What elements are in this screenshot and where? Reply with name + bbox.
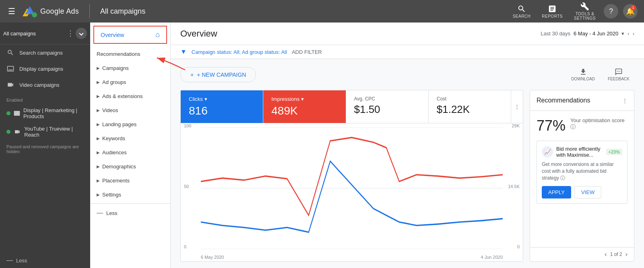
rec-info-icon: ⓘ: [560, 175, 565, 181]
sidebar-dropdown-button[interactable]: [76, 28, 87, 39]
audiences-nav-item[interactable]: ▶ Audiences: [90, 145, 170, 160]
keywords-arrow-icon: ▶: [97, 136, 100, 141]
search-icon: [6, 49, 14, 57]
impressions-stat-box[interactable]: Impressions ▾ 489K: [263, 90, 346, 123]
optimization-score-row: 77% Your optimisation score ⓘ: [537, 117, 627, 134]
less-nav-item[interactable]: — Less: [90, 205, 170, 221]
tools-nav-label: TOOLS & SETTINGS: [574, 12, 596, 20]
optimization-score-label: Your optimisation score: [570, 117, 625, 123]
minus-icon: —: [97, 209, 103, 217]
content-body: + + NEW CAMPAIGN DOWNLOAD FEEDBACK: [171, 59, 644, 268]
sidebar-campaign-display-remarketing[interactable]: Display | Remarketing | Products: [0, 104, 90, 123]
new-campaign-button[interactable]: + + NEW CAMPAIGN: [180, 67, 256, 82]
recommendations-nav-item[interactable]: Recommendations: [90, 47, 170, 61]
recs-prev-button[interactable]: ‹: [605, 251, 607, 258]
clicks-label: Clicks: [189, 96, 203, 102]
recommendations-more-button[interactable]: ⋮: [622, 98, 627, 104]
optimization-score-percent: 77%: [537, 117, 566, 134]
keywords-nav-item[interactable]: ▶ Keywords: [90, 131, 170, 145]
less-button[interactable]: — Less: [0, 253, 90, 268]
videos-arrow-icon: ▶: [97, 108, 100, 113]
top-navigation: ☰ Google Ads All campaigns SEARCH REPORT…: [0, 0, 644, 23]
new-campaign-label: + NEW CAMPAIGN: [197, 72, 246, 78]
overview-nav-item[interactable]: Overview ⌂: [93, 26, 167, 44]
y-label-0-right: 0: [508, 244, 520, 249]
notifications-button[interactable]: 🔔 1: [623, 4, 638, 18]
add-filter-button[interactable]: ADD FILTER: [292, 49, 322, 55]
score-info-icon: ⓘ: [570, 124, 576, 130]
recs-next-button[interactable]: ›: [625, 251, 627, 258]
display-campaigns-label: Display campaigns: [19, 66, 63, 72]
recommendations-panel: Recommendations ⋮ 77% Your optimisation …: [530, 90, 634, 262]
download-label: DOWNLOAD: [571, 77, 595, 81]
filter-text[interactable]: Campaign status: All; Ad group status: A…: [192, 49, 287, 55]
videos-nav-item[interactable]: ▶ Videos: [90, 103, 170, 117]
placements-nav-item[interactable]: ▶ Placements: [90, 174, 170, 188]
reports-nav-button[interactable]: REPORTS: [537, 2, 568, 21]
landing-pages-nav-item[interactable]: ▶ Landing pages: [90, 117, 170, 131]
overview-label: Overview: [101, 32, 124, 38]
audiences-label: Audiences: [102, 149, 127, 155]
download-button[interactable]: DOWNLOAD: [566, 65, 600, 84]
rec-description: Get more conversions at a similar cost w…: [542, 161, 622, 181]
landing-pages-arrow-icon: ▶: [97, 122, 100, 127]
settings-nav-item[interactable]: ▶ Settings: [90, 188, 170, 202]
sidebar-campaign-youtube-trueview[interactable]: YouTube | Trueview | Reach: [0, 123, 90, 141]
y-label-100: 100: [184, 123, 191, 128]
clicks-stat-box[interactable]: Clicks ▾ 816: [181, 90, 263, 123]
rec-card-title: Bid more efficiently with Maximise...: [556, 146, 603, 158]
sidebar-item-display-campaigns[interactable]: Display campaigns: [0, 61, 90, 77]
reports-nav-label: REPORTS: [542, 14, 563, 18]
cost-label: Cost: [437, 96, 503, 102]
ads-extensions-nav-item[interactable]: ▶ Ads & extensions: [90, 89, 170, 103]
impressions-label: Impressions: [271, 96, 299, 102]
ad-groups-arrow-icon: ▶: [97, 80, 100, 84]
ad-groups-nav-item[interactable]: ▶ Ad groups: [90, 75, 170, 89]
date-prev-button[interactable]: ‹: [627, 31, 629, 37]
stats-chart-area: Clicks ▾ 816 Impressions ▾ 489K: [180, 90, 634, 262]
avg-cpc-stat-box[interactable]: Avg. CPC $1.50: [346, 90, 429, 123]
rec-actions: APPLY VIEW: [542, 186, 622, 198]
demographics-arrow-icon: ▶: [97, 164, 100, 169]
help-button[interactable]: ?: [604, 4, 618, 18]
new-campaign-plus-icon: +: [190, 72, 194, 78]
hamburger-menu[interactable]: ☰: [5, 3, 19, 19]
date-dropdown-icon[interactable]: ▾: [621, 31, 624, 37]
y-label-50: 50: [184, 184, 191, 189]
avg-cpc-value: $1.50: [354, 103, 420, 116]
filter-bar: ▼ Campaign status: All; Ad group status:…: [171, 45, 644, 59]
campaign-status-dot-green: [6, 111, 10, 115]
sidebar-options-button[interactable]: ⋮: [65, 27, 76, 39]
recommendations-label: Recommendations: [97, 51, 140, 57]
display-icon: [6, 65, 14, 73]
cost-stat-box[interactable]: Cost $1.22K: [429, 90, 511, 123]
sidebar-enabled-label: Enabled: [0, 93, 90, 104]
page-title: Overview: [180, 29, 217, 39]
chart-x-labels: 6 May 2020 4 Jun 2020: [201, 255, 503, 260]
sidebar-campaign-title: All campaigns: [3, 31, 65, 37]
chart-section: Clicks ▾ 816 Impressions ▾ 489K: [180, 90, 523, 262]
feedback-button[interactable]: FEEDBACK: [603, 65, 634, 84]
audiences-arrow-icon: ▶: [97, 150, 100, 155]
search-nav-button[interactable]: SEARCH: [508, 2, 536, 21]
rec-view-button[interactable]: VIEW: [574, 186, 601, 198]
sidebar-item-video-campaigns[interactable]: Video campaigns: [0, 77, 90, 93]
date-next-button[interactable]: ›: [633, 31, 634, 37]
demographics-nav-item[interactable]: ▶ Demographics: [90, 160, 170, 174]
paused-campaigns-note: Paused and removed campaigns are hidden: [0, 141, 90, 157]
campaigns-label: Campaigns: [102, 65, 129, 71]
less-nav-label: Less: [106, 210, 117, 216]
x-label-start: 6 May 2020: [201, 255, 224, 260]
recs-page-indicator: 1 of 2: [610, 252, 622, 257]
y-label-29k: 29K: [508, 123, 520, 128]
nav-divider: [89, 4, 90, 18]
sidebar-item-search-campaigns[interactable]: Search campaigns: [0, 45, 90, 61]
campaigns-nav-item[interactable]: ▶ Campaigns: [90, 61, 170, 75]
campaign-display-label: Display | Remarketing | Products: [23, 107, 84, 119]
stats-more-button[interactable]: ⋮: [511, 90, 523, 123]
rec-apply-button[interactable]: APPLY: [542, 186, 571, 198]
video-icon: [6, 81, 14, 89]
content-header: Overview Last 30 days 6 May - 4 Jun 2020…: [171, 23, 644, 45]
tools-nav-button[interactable]: TOOLS & SETTINGS: [569, 0, 601, 23]
search-nav-label: SEARCH: [513, 14, 531, 18]
